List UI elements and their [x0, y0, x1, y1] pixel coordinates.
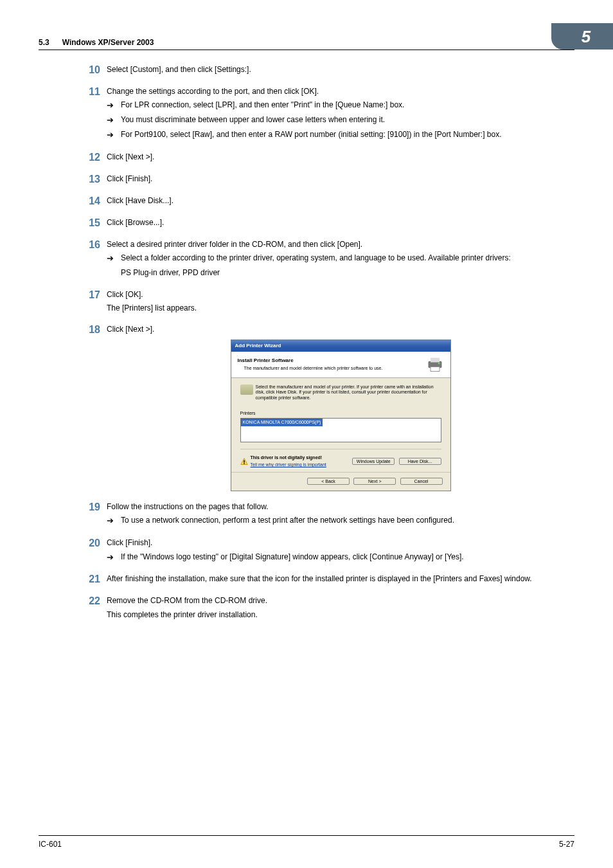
step-text: Click [Next >]. [107, 152, 574, 163]
step-text: Click [Have Disk...]. [107, 195, 574, 206]
driver-signing-link[interactable]: Tell me why driver signing is important [251, 462, 326, 468]
wizard-subheading: The manufacturer and model determine whi… [244, 365, 426, 372]
disk-icon [240, 384, 256, 401]
wizard-header: Install Printer Software The manufacture… [231, 352, 450, 378]
step-13: 13Click [Finish]. [84, 174, 574, 185]
step-22: 22Remove the CD-ROM from the CD-ROM driv… [84, 595, 574, 620]
step-10: 10Select [Custom], and then click [Setti… [84, 64, 574, 76]
step-11: 11Change the settings according to the p… [84, 86, 574, 141]
step-14: 14Click [Have Disk...]. [84, 195, 574, 207]
printer-icon [426, 356, 444, 374]
steps-list: 10Select [Custom], and then click [Setti… [84, 64, 574, 620]
windows-update-button[interactable]: Windows Update [352, 458, 395, 465]
step-number: 13 [84, 174, 107, 185]
step-text: Click [Browse...]. [107, 217, 574, 228]
add-printer-wizard-dialog: Add Printer Wizard Install Printer Softw… [231, 339, 451, 491]
have-disk-button[interactable]: Have Disk... [399, 458, 441, 465]
step-text: Select [Custom], and then click [Setting… [107, 64, 574, 75]
step-number: 17 [84, 289, 107, 314]
step-number: 22 [84, 595, 107, 620]
step-12: 12Click [Next >]. [84, 152, 574, 163]
printers-listbox[interactable]: KONICA MINOLTA C7000/C6000PS(P) [240, 418, 441, 442]
printers-listbox-item[interactable]: KONICA MINOLTA C7000/C6000PS(P) [241, 419, 323, 426]
step-number: 21 [84, 574, 107, 585]
step-text: Follow the instructions on the pages tha… [107, 502, 574, 512]
step-number: 10 [84, 64, 107, 76]
step-21: 21After finishing the installation, make… [84, 574, 574, 585]
step-subtext: For LPR connection, select [LPR], and th… [121, 100, 574, 112]
step-number: 14 [84, 195, 107, 207]
step-note: The [Printers] list appears. [107, 303, 574, 314]
arrow-icon: ➔ [107, 129, 121, 141]
step-15: 15Click [Browse...]. [84, 217, 574, 229]
driver-signing-warning: This driver is not digitally signed! [251, 455, 350, 461]
step-19: 19Follow the instructions on the pages t… [84, 502, 574, 527]
step-subtext: Select a folder according to the printer… [121, 253, 574, 265]
section-num: 5.3 [39, 38, 49, 47]
next-button[interactable]: Next > [353, 478, 396, 485]
step-17: 17Click [OK].The [Printers] list appears… [84, 289, 574, 314]
wizard-instructions: Select the manufacturer and model of you… [256, 384, 441, 401]
step-text: Change the settings according to the por… [107, 86, 574, 97]
page-header: 5.3 Windows XP/Server 2003 5 [39, 23, 574, 50]
svg-rect-1 [431, 357, 440, 362]
step-subtext: You must discriminate between upper and … [121, 114, 574, 127]
back-button[interactable]: < Back [307, 478, 350, 485]
step-number: 12 [84, 152, 107, 163]
chapter-badge: 5 [551, 23, 613, 50]
step-trailing: PS Plug-in driver, PPD driver [121, 267, 574, 278]
warning-icon [240, 458, 248, 466]
arrow-icon: ➔ [107, 552, 121, 564]
wizard-heading: Install Printer Software [238, 357, 294, 363]
step-text: Click [Next >]. [107, 324, 574, 335]
step-text: Remove the CD-ROM from the CD-ROM drive. [107, 595, 574, 606]
printers-label: Printers [240, 410, 441, 417]
arrow-icon: ➔ [107, 515, 121, 527]
svg-rect-2 [431, 366, 440, 371]
arrow-icon: ➔ [107, 100, 121, 112]
step-subtext: If the "Windows logo testing" or [Digita… [121, 552, 574, 564]
step-number: 16 [84, 239, 107, 279]
step-subtext: For Port9100, select [Raw], and then ent… [121, 129, 574, 141]
step-number: 18 [84, 324, 107, 491]
arrow-icon: ➔ [107, 253, 121, 265]
step-number: 19 [84, 502, 107, 527]
step-number: 15 [84, 217, 107, 229]
cancel-button[interactable]: Cancel [400, 478, 443, 485]
step-number: 20 [84, 538, 107, 563]
svg-rect-6 [244, 463, 245, 464]
step-18: 18Click [Next >]. Add Printer Wizard Ins… [84, 324, 574, 491]
page-footer: IC-601 5-27 [39, 835, 574, 849]
step-subtext: To use a network connection, perform a t… [121, 515, 574, 527]
step-number: 11 [84, 86, 107, 141]
footer-right: 5-27 [559, 840, 574, 849]
step-text: Click [OK]. [107, 289, 574, 300]
section-label: 5.3 Windows XP/Server 2003 [39, 38, 551, 47]
wizard-titlebar: Add Printer Wizard [231, 340, 450, 352]
svg-point-3 [438, 363, 440, 365]
step-16: 16Select a desired printer driver folder… [84, 239, 574, 279]
step-note: This completes the printer driver instal… [107, 610, 574, 620]
svg-rect-5 [244, 460, 245, 463]
section-title: Windows XP/Server 2003 [62, 38, 154, 47]
step-text: Click [Finish]. [107, 174, 574, 185]
footer-left: IC-601 [39, 840, 62, 849]
step-text: Click [Finish]. [107, 538, 574, 548]
arrow-icon: ➔ [107, 114, 121, 127]
step-text: After finishing the installation, make s… [107, 574, 574, 584]
step-text: Select a desired printer driver folder i… [107, 239, 574, 250]
step-20: 20Click [Finish].➔If the "Windows logo t… [84, 538, 574, 563]
